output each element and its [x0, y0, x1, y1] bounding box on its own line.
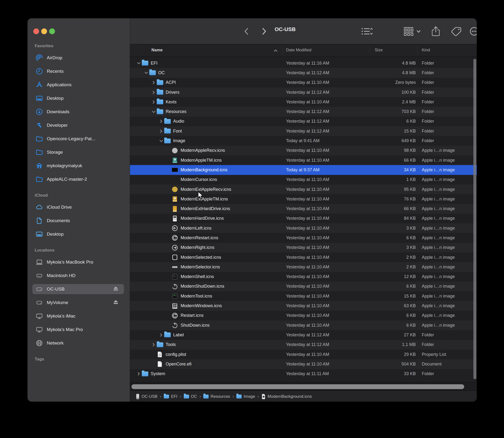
sidebar-item-desktop[interactable]: Desktop	[32, 229, 124, 239]
file-row-modernextappletm-icns[interactable]: ModernExtAppleTM.icnsYesterday at 11:10 …	[130, 194, 477, 204]
file-row-acpi[interactable]: ACPIYesterday at 11:10 AMZero bytesFolde…	[130, 78, 477, 88]
file-row-drivers[interactable]: DriversYesterday at 11:12 AM100 KBFolder	[130, 88, 477, 97]
file-row-kexts[interactable]: KextsYesterday at 11:10 AM2.4 MBFolder	[130, 97, 477, 107]
sidebar-item-icloud-drive[interactable]: iCloud Drive	[32, 202, 124, 212]
sidebar-item-storage[interactable]: Storage	[32, 147, 124, 157]
sidebar-item-recents[interactable]: Recents	[32, 66, 124, 76]
folder-small-icon	[184, 395, 189, 398]
vertical-scrollbar[interactable]	[473, 59, 476, 379]
sidebar-item-desktop[interactable]: Desktop	[32, 93, 124, 103]
zoom-button[interactable]	[49, 28, 55, 34]
file-row-modernselector-icns[interactable]: ModernSelector.icnsYesterday at 11:10 AM…	[130, 262, 477, 272]
file-row-tools[interactable]: ToolsYesterday at 11:12 AM1.1 MBFolder	[130, 340, 477, 350]
disclosure-triangle[interactable]	[151, 343, 156, 346]
sidebar-item-documents[interactable]: Documents	[32, 216, 124, 226]
disclosure-triangle[interactable]	[136, 372, 141, 376]
disclosure-triangle[interactable]	[159, 120, 164, 123]
disclosure-triangle[interactable]	[159, 129, 164, 133]
path-item-efi[interactable]: EFI	[164, 394, 177, 399]
column-header-size[interactable]: Size	[375, 48, 383, 53]
file-row-opencore-efi[interactable]: OpenCore.efiYesterday at 11:10 AM504 KBD…	[130, 359, 477, 369]
file-row-modernright-icns[interactable]: ModernRight.icnsYesterday at 11:10 AM3 K…	[130, 243, 477, 252]
column-header-kind[interactable]: Kind	[422, 48, 430, 53]
forward-button[interactable]	[259, 26, 269, 37]
sidebar-item-myvolume[interactable]: MyVolume	[32, 297, 124, 308]
file-row-modernshutdown-icns[interactable]: ModernShutDown.icnsYesterday at 11:10 AM…	[130, 282, 477, 291]
file-row-modernapplerecv-icns[interactable]: ModernAppleRecv.icnsYesterday at 11:10 A…	[130, 146, 477, 155]
group-by-button[interactable]	[404, 25, 421, 37]
sidebar-section-tags: Tags	[35, 357, 44, 362]
file-row-system[interactable]: SystemYesterday at 11:11 AM33 KBFolder	[130, 369, 477, 379]
sidebar-item-network[interactable]: Network	[32, 338, 124, 348]
file-row-modernwindows-icns[interactable]: ModernWindows.icnsYesterday at 11:10 AM6…	[130, 301, 477, 311]
file-row-modernextharddrive-icns[interactable]: ModernExtHardDrive.icnsYesterday at 11:1…	[130, 204, 477, 213]
path-item-image[interactable]: Image	[236, 394, 255, 399]
share-button[interactable]	[432, 25, 440, 37]
file-row-modernharddrive-icns[interactable]: ModernHardDrive.icnsYesterday at 11:10 A…	[130, 214, 477, 223]
sidebar-item-mykolagrymalyuk[interactable]: mykolagrymalyuk	[32, 161, 124, 171]
sidebar-item-opencore-legacy-pat-[interactable]: Opencore-Legacy-Pat...	[32, 134, 124, 144]
list-view-button[interactable]	[361, 25, 373, 37]
file-row-config-plist[interactable]: config.plistYesterday at 11:10 AM29 KBPr…	[130, 350, 477, 359]
disclosure-triangle[interactable]	[151, 100, 156, 104]
sidebar-item-mykola-s-mac-pro[interactable]: Mykola’s Mac Pro	[32, 325, 124, 335]
eject-button[interactable]	[113, 286, 119, 293]
disclosure-triangle[interactable]	[159, 140, 164, 142]
file-row-modernappletm-icns[interactable]: ModernAppleTM.icnsYesterday at 11:10 AM6…	[130, 155, 477, 165]
file-row-moderncursor-icns[interactable]: ModernCursor.icnsYesterday at 11:10 AM1 …	[130, 175, 477, 185]
horizontal-scrollbar[interactable]	[131, 384, 464, 389]
sidebar-item-label: Network	[47, 340, 64, 346]
file-row-modernshell-icns[interactable]: >_ModernShell.icnsYesterday at 11:10 AM1…	[130, 272, 477, 282]
file-row-restart-icns[interactable]: Restart.icnsYesterday at 11:10 AM6 KBApp…	[130, 311, 477, 320]
file-row-modernselected-icns[interactable]: ModernSelected.icnsYesterday at 11:10 AM…	[130, 252, 477, 262]
sidebar-item-macintosh-hd[interactable]: Macintosh HD	[32, 271, 124, 281]
column-header-date[interactable]: Date Modified	[286, 48, 311, 53]
disclosure-triangle[interactable]	[159, 333, 164, 337]
disclosure-triangle[interactable]	[151, 81, 156, 84]
sidebar-item-applealc-master-2[interactable]: AppleALC-master-2	[32, 174, 124, 184]
more-actions-button[interactable]	[470, 25, 477, 37]
file-row-image[interactable]: ImageToday at 9:41 AM649 KBFolder	[130, 136, 477, 145]
disclosure-triangle[interactable]	[151, 91, 156, 94]
path-item-resources[interactable]: Resources	[203, 394, 230, 399]
laptop-icon	[36, 259, 43, 266]
sidebar-item-label: Mykola’s Mac Pro	[47, 327, 83, 332]
tag-button[interactable]	[451, 25, 461, 37]
file-row-moderntool-icns[interactable]: EFIModernTool.icnsYesterday at 11:10 AM1…	[130, 291, 477, 301]
sidebar-item-oc-usb[interactable]: OC-USB	[32, 284, 124, 294]
file-row-modernrestart-icns[interactable]: ModernRestart.icnsYesterday at 11:10 AM6…	[130, 233, 477, 243]
disclosure-triangle[interactable]	[136, 62, 141, 64]
column-header-name[interactable]: Name	[151, 48, 162, 53]
file-name: ModernExtAppleRecv.icns	[181, 187, 231, 192]
file-row-modernbackground-icns[interactable]: ModernBackground.icnsToday at 9:37 AM34 …	[130, 165, 477, 175]
file-row-modernextapplerecv-icns[interactable]: ModernExtAppleRecv.icnsYesterday at 11:1…	[130, 185, 477, 194]
back-button[interactable]	[241, 26, 251, 37]
path-item-modernbackground-icns[interactable]: ModernBackground.icns	[261, 394, 312, 399]
file-row-oc[interactable]: OCYesterday at 11:12 AM4.8 MBFolder	[130, 68, 477, 77]
recv-gold-file-icon	[171, 186, 178, 193]
sidebar-item-downloads[interactable]: Downloads	[32, 107, 124, 117]
disclosure-triangle[interactable]	[143, 72, 149, 74]
file-row-resources[interactable]: ResourcesYesterday at 11:12 AM703 KBFold…	[130, 107, 477, 116]
path-item-oc[interactable]: OC	[184, 394, 197, 399]
sidebar-item-developer[interactable]: Developer	[32, 120, 124, 130]
doc-file-icon	[156, 361, 163, 367]
close-button[interactable]	[33, 28, 39, 34]
file-name: Audio	[173, 119, 184, 124]
disclosure-triangle[interactable]	[151, 110, 156, 113]
sidebar-item-applications[interactable]: Applications	[32, 80, 124, 90]
more-circle-icon	[470, 26, 477, 36]
file-row-audio[interactable]: AudioYesterday at 11:12 AM6 KBFolder	[130, 117, 477, 126]
file-row-font[interactable]: FontYesterday at 11:12 AM15 KBFolder	[130, 126, 477, 136]
file-row-label[interactable]: LabelYesterday at 11:12 AM27 KBFolder	[130, 330, 477, 340]
file-row-shutdown-icns[interactable]: ShutDown.icnsYesterday at 11:10 AM6 KBAp…	[130, 320, 477, 330]
sidebar-item-mykola-s-macbook-pro[interactable]: Mykola’s MacBook Pro	[32, 257, 124, 267]
sidebar-item-mykola-s-imac[interactable]: Mykola’s iMac	[32, 311, 124, 321]
eject-button[interactable]	[113, 299, 119, 306]
sidebar-item-airdrop[interactable]: AirDrop	[32, 53, 124, 63]
file-row-modernleft-icns[interactable]: ModernLeft.icnsYesterday at 11:10 AM3 KB…	[130, 223, 477, 233]
path-separator: ›	[160, 394, 161, 399]
path-item-oc-usb[interactable]: OC-USB	[136, 394, 158, 399]
file-row-efi[interactable]: EFIYesterday at 11:16 AM4.8 MBFolder	[130, 58, 477, 68]
minimize-button[interactable]	[41, 28, 47, 34]
